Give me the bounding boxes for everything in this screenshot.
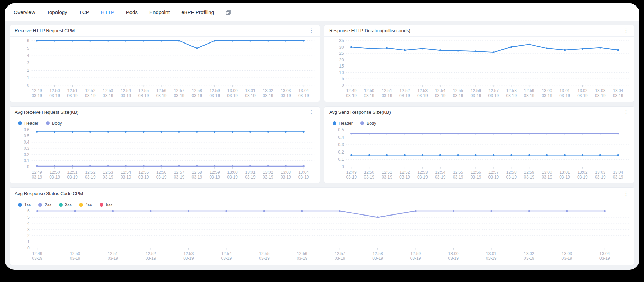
svg-text:03-19: 03-19 — [32, 256, 42, 261]
legend-item-5xx[interactable]: 5xx — [100, 202, 112, 207]
svg-text:0.5: 0.5 — [24, 134, 29, 138]
panel-menu-button[interactable]: ⋮ — [622, 109, 629, 115]
svg-text:03-19: 03-19 — [103, 93, 113, 98]
svg-text:12:52: 12:52 — [399, 170, 410, 174]
svg-text:03-19: 03-19 — [506, 174, 517, 179]
svg-text:03-19: 03-19 — [382, 93, 392, 98]
svg-text:03-19: 03-19 — [298, 93, 309, 98]
svg-text:12:50: 12:50 — [50, 88, 60, 93]
legend-dot-header — [333, 121, 336, 125]
chart-panel-avg-receive-request-size-kb: Avg Receive Request Size(KB)⋮HeaderBody0… — [10, 106, 320, 184]
svg-text:12:59: 12:59 — [210, 88, 220, 93]
svg-text:03-19: 03-19 — [399, 174, 410, 179]
legend-label: 1xx — [24, 202, 31, 207]
svg-text:12:50: 12:50 — [364, 170, 374, 174]
svg-text:13:04: 13:04 — [613, 88, 623, 93]
legend-item-3xx[interactable]: 3xx — [59, 202, 72, 207]
panel-header: Avg Receive Request Size(KB)⋮ — [10, 107, 320, 118]
legend-label: 3xx — [65, 202, 72, 207]
svg-text:10: 10 — [339, 70, 344, 75]
charts-row-1: Receive HTTP Request CPM⋮012345612:4903-… — [10, 25, 634, 102]
svg-text:03-19: 03-19 — [559, 93, 570, 98]
svg-text:03-19: 03-19 — [488, 174, 499, 179]
chart-panel-avg-send-response-size-kb: Avg Send Response Size(KB)⋮HeaderBody00.… — [324, 106, 634, 184]
svg-text:12:53: 12:53 — [417, 88, 428, 93]
svg-text:03-19: 03-19 — [146, 256, 156, 261]
svg-text:12:58: 12:58 — [373, 251, 383, 256]
svg-text:20: 20 — [339, 58, 344, 62]
kebab-menu-icon: ⋮ — [309, 28, 314, 34]
svg-text:12:55: 12:55 — [453, 170, 463, 174]
svg-text:12:58: 12:58 — [506, 88, 517, 93]
legend-item-1xx[interactable]: 1xx — [18, 202, 31, 207]
svg-text:03-19: 03-19 — [121, 174, 131, 179]
tab-http[interactable]: HTTP — [101, 8, 114, 17]
svg-text:03-19: 03-19 — [85, 93, 96, 98]
chart-title: Receive HTTP Request CPM — [15, 28, 75, 33]
svg-text:13:01: 13:01 — [245, 88, 256, 93]
tab-endpoint[interactable]: Endpoint — [149, 8, 170, 17]
svg-text:03-19: 03-19 — [121, 93, 131, 98]
tab-ebpf-profiling[interactable]: eBPF Profiling — [181, 8, 214, 17]
svg-text:12:55: 12:55 — [138, 170, 149, 174]
legend-dot-2xx — [38, 203, 42, 207]
panel-menu-button[interactable]: ⋮ — [308, 109, 315, 115]
svg-text:03-19: 03-19 — [263, 174, 273, 179]
svg-text:12:51: 12:51 — [382, 170, 392, 174]
tab-overview[interactable]: Overview — [14, 8, 35, 17]
panel-header: Avg Send Response Size(KB)⋮ — [324, 107, 634, 118]
line-chart-response-http-duration-milliseconds: 0510152025303512:4903-1912:5003-1912:510… — [326, 37, 632, 100]
legend-dot-4xx — [79, 203, 83, 207]
chart-body: 012345612:4903-1912:5003-1912:5103-1912:… — [10, 207, 634, 265]
svg-text:12:58: 12:58 — [192, 170, 202, 174]
svg-text:03-19: 03-19 — [382, 174, 392, 179]
legend-label: Body — [367, 121, 376, 126]
svg-text:12:56: 12:56 — [471, 88, 481, 93]
charts-row-2: Avg Receive Request Size(KB)⋮HeaderBody0… — [10, 106, 634, 184]
svg-text:5: 5 — [27, 46, 29, 51]
svg-text:0.2: 0.2 — [24, 152, 29, 157]
svg-text:03-19: 03-19 — [595, 174, 606, 179]
legend-item-header[interactable]: Header — [18, 121, 38, 126]
svg-text:12:49: 12:49 — [32, 251, 42, 256]
chart-body: 00.10.20.30.40.512:4903-1912:5003-1912:5… — [324, 126, 634, 183]
svg-text:03-19: 03-19 — [67, 93, 78, 98]
svg-text:0: 0 — [27, 164, 29, 169]
svg-text:03-19: 03-19 — [595, 93, 606, 98]
charts-row-3: Avg Response Status Code CPM⋮1xx2xx3xx4x… — [10, 187, 634, 265]
tab-topology[interactable]: Topology — [47, 8, 67, 17]
panel-menu-button[interactable]: ⋮ — [622, 28, 629, 34]
svg-text:12:59: 12:59 — [524, 88, 534, 93]
svg-text:03-19: 03-19 — [174, 174, 185, 179]
panel-menu-button[interactable]: ⋮ — [622, 191, 629, 196]
chart-title: Avg Send Response Size(KB) — [329, 110, 391, 115]
legend-item-body[interactable]: Body — [360, 121, 376, 126]
svg-text:0.4: 0.4 — [338, 135, 344, 139]
svg-text:03-19: 03-19 — [453, 93, 463, 98]
svg-text:12:54: 12:54 — [435, 88, 445, 93]
svg-text:03-19: 03-19 — [281, 93, 291, 98]
legend-dot-5xx — [100, 203, 103, 207]
svg-text:03-19: 03-19 — [85, 174, 96, 179]
svg-text:12:59: 12:59 — [410, 251, 421, 256]
svg-text:12:52: 12:52 — [85, 170, 95, 174]
svg-text:03-19: 03-19 — [227, 174, 238, 179]
panel-menu-button[interactable]: ⋮ — [308, 28, 315, 34]
legend-label: 4xx — [85, 202, 92, 207]
copy-docs-icon[interactable] — [225, 9, 232, 16]
svg-text:03-19: 03-19 — [577, 174, 588, 179]
legend-item-4xx[interactable]: 4xx — [79, 202, 92, 207]
svg-text:03-19: 03-19 — [524, 93, 534, 98]
svg-text:03-19: 03-19 — [346, 174, 357, 179]
svg-text:03-19: 03-19 — [613, 174, 623, 179]
tab-pods[interactable]: Pods — [126, 8, 138, 17]
svg-text:2: 2 — [27, 233, 30, 238]
svg-text:03-19: 03-19 — [67, 174, 78, 179]
svg-text:4: 4 — [27, 221, 30, 226]
legend-item-header[interactable]: Header — [333, 121, 353, 126]
svg-text:0.3: 0.3 — [24, 146, 29, 151]
legend-item-body[interactable]: Body — [46, 121, 62, 126]
legend-item-2xx[interactable]: 2xx — [38, 202, 51, 207]
svg-text:12:49: 12:49 — [346, 170, 357, 174]
tab-tcp[interactable]: TCP — [79, 8, 89, 17]
